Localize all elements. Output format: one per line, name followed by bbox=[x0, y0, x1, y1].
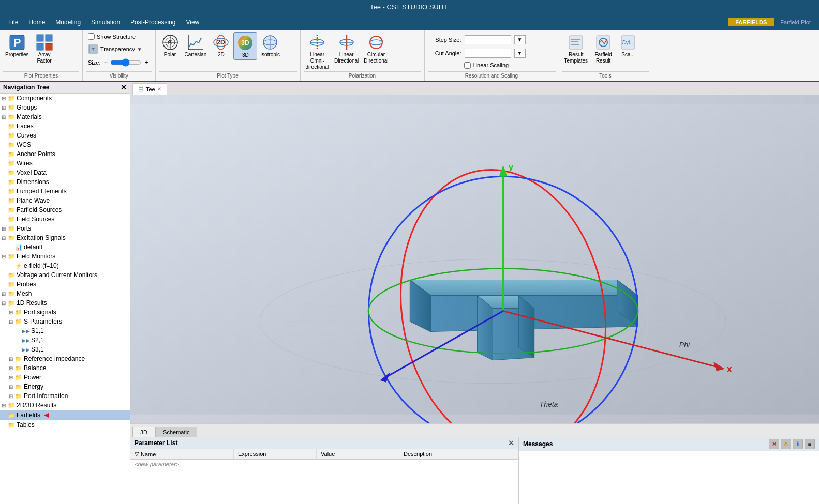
expand-materials[interactable]: ⊞ bbox=[0, 114, 7, 120]
tree-item-materials[interactable]: ⊞ 📁 Materials bbox=[0, 112, 130, 121]
msg-warning-btn[interactable]: ⚠ bbox=[781, 439, 791, 449]
menu-simulation[interactable]: Simulation bbox=[86, 17, 125, 28]
linear-omni-button[interactable]: LinearOmni-directional bbox=[304, 32, 332, 71]
farfield-plot-tab[interactable]: Farfield Plot bbox=[775, 18, 816, 26]
tee-tab-close[interactable]: ✕ bbox=[157, 86, 161, 92]
msg-error-btn[interactable]: ✕ bbox=[769, 439, 779, 449]
tree-item-probes[interactable]: 📁 Probes bbox=[0, 280, 130, 289]
expand-2d3d[interactable]: ⊞ bbox=[0, 403, 7, 408]
tree-item-farfields[interactable]: 📁 Farfields ◄ bbox=[0, 410, 130, 420]
tree-item-tables[interactable]: 📁 Tables bbox=[0, 420, 130, 430]
expand-s-params[interactable]: ⊟ bbox=[7, 319, 14, 325]
tree-item-s21[interactable]: ▶▶ S2,1 bbox=[0, 335, 130, 345]
3d-view-tab[interactable]: 3D bbox=[132, 427, 155, 437]
tree-item-excitation-signals[interactable]: ⊟ 📁 Excitation Signals bbox=[0, 233, 130, 242]
size-plus-btn[interactable]: + bbox=[143, 59, 150, 66]
tree-item-energy[interactable]: ⊞ 📁 Energy bbox=[0, 382, 130, 391]
tree-item-groups[interactable]: ⊞ 📁 Groups bbox=[0, 103, 130, 112]
tree-item-curves[interactable]: 📁 Curves bbox=[0, 131, 130, 140]
linear-scaling-checkbox[interactable] bbox=[464, 62, 471, 69]
tree-item-s-params[interactable]: ⊟ 📁 S-Parameters bbox=[0, 317, 130, 326]
show-structure-button[interactable]: Show Structure bbox=[86, 32, 138, 41]
filter-icon[interactable]: ▽ bbox=[135, 451, 139, 457]
tee-tab[interactable]: ⊞ Tee ✕ bbox=[132, 83, 167, 95]
tree-item-voltage-monitors[interactable]: 📁 Voltage and Current Monitors bbox=[0, 270, 130, 280]
properties-button[interactable]: P Properties bbox=[3, 32, 31, 59]
tree-item-s11[interactable]: ▶▶ S1,1 bbox=[0, 326, 130, 335]
tree-item-1d-results[interactable]: ⊟ 📁 1D Results bbox=[0, 298, 130, 308]
circular-dir-button[interactable]: CircularDirectional bbox=[362, 32, 390, 65]
menu-modeling[interactable]: Modeling bbox=[50, 17, 86, 28]
cut-angle-dropdown[interactable]: ▼ bbox=[514, 49, 526, 58]
farfields-tab[interactable]: FARFIELDS bbox=[728, 18, 774, 26]
msg-clear-btn[interactable]: ≡ bbox=[805, 439, 815, 449]
expand-mesh[interactable]: ⊞ bbox=[0, 291, 7, 297]
tree-item-dimensions[interactable]: 📁 Dimensions bbox=[0, 177, 130, 187]
tree-item-ref-impedance[interactable]: ⊞ 📁 Reference Impedance bbox=[0, 354, 130, 363]
tree-item-balance[interactable]: ⊞ 📁 Balance bbox=[0, 363, 130, 373]
tree-item-2d3d-results[interactable]: ⊞ 📁 2D/3D Results bbox=[0, 401, 130, 410]
3d-button[interactable]: 3D 3D bbox=[233, 32, 257, 60]
tree-item-default[interactable]: 📊 default bbox=[0, 242, 130, 252]
size-slider[interactable] bbox=[110, 58, 141, 67]
expand-excitation[interactable]: ⊟ bbox=[0, 235, 7, 241]
schematic-view-tab[interactable]: Schematic bbox=[155, 427, 197, 437]
expand-1d[interactable]: ⊟ bbox=[0, 300, 7, 306]
tree-item-efield[interactable]: ⚡ e-field (f=10) bbox=[0, 261, 130, 270]
menu-post-processing[interactable]: Post-Processing bbox=[125, 17, 181, 28]
result-templates-button[interactable]: ResultTemplates bbox=[562, 32, 590, 65]
cylindrical-scan-button[interactable]: Cyl... Sca... bbox=[617, 32, 639, 59]
tree-item-voxel-data[interactable]: 📁 Voxel Data bbox=[0, 168, 130, 177]
expand-port-info[interactable]: ⊞ bbox=[7, 393, 14, 399]
tree-item-lumped-elements[interactable]: 📁 Lumped Elements bbox=[0, 187, 130, 196]
expand-ports[interactable]: ⊞ bbox=[0, 226, 7, 232]
expand-components[interactable]: ⊞ bbox=[0, 96, 7, 101]
expand-port-signals[interactable]: ⊞ bbox=[7, 310, 14, 315]
isotropic-button[interactable]: Isotropic bbox=[258, 32, 282, 59]
param-list-close[interactable]: ✕ bbox=[508, 439, 514, 447]
farfield-result-button[interactable]: FarfieldResult bbox=[592, 32, 615, 65]
3d-viewport[interactable]: y x Phi Theta bbox=[130, 95, 819, 423]
menu-view[interactable]: View bbox=[181, 17, 204, 28]
tree-item-port-info[interactable]: ⊞ 📁 Port Information bbox=[0, 391, 130, 401]
expand-power[interactable]: ⊞ bbox=[7, 375, 14, 380]
2d-button[interactable]: 2D 2D bbox=[210, 32, 232, 59]
tree-item-ports[interactable]: ⊞ 📁 Ports bbox=[0, 224, 130, 233]
tree-item-wcs[interactable]: 📁 WCS bbox=[0, 140, 130, 149]
menu-home[interactable]: Home bbox=[23, 17, 50, 28]
expand-energy[interactable]: ⊞ bbox=[7, 384, 14, 390]
tree-item-components[interactable]: ⊞ 📁 Components bbox=[0, 94, 130, 103]
cartesian-button[interactable]: Cartesian bbox=[183, 32, 209, 59]
tree-item-anchor-points[interactable]: 📁 Anchor Points bbox=[0, 149, 130, 159]
size-minus-btn[interactable]: − bbox=[102, 59, 109, 66]
expand-balance[interactable]: ⊞ bbox=[7, 365, 14, 371]
nav-tree-content[interactable]: ⊞ 📁 Components ⊞ 📁 Groups ⊞ 📁 Materials … bbox=[0, 94, 130, 504]
cut-angle-input[interactable] bbox=[465, 49, 511, 58]
tree-item-port-signals[interactable]: ⊞ 📁 Port signals bbox=[0, 308, 130, 317]
nav-tree-close[interactable]: ✕ bbox=[121, 83, 127, 91]
tree-item-s31[interactable]: ▶▶ S3,1 bbox=[0, 345, 130, 354]
step-size-dropdown[interactable]: ▼ bbox=[514, 35, 526, 44]
faces-icon: 📁 bbox=[7, 122, 16, 130]
polar-button[interactable]: Polar bbox=[159, 32, 182, 59]
tree-item-field-monitors[interactable]: ⊟ 📁 Field Monitors bbox=[0, 252, 130, 261]
tree-item-wires[interactable]: 📁 Wires bbox=[0, 159, 130, 168]
array-factor-button[interactable]: ArrayFactor bbox=[33, 32, 56, 65]
msg-info-btn[interactable]: ℹ bbox=[793, 439, 803, 449]
menu-file[interactable]: File bbox=[3, 17, 23, 28]
linear-dir-button[interactable]: LinearDirectional bbox=[332, 32, 361, 65]
transparency-button[interactable]: T Transparency ▼ bbox=[86, 43, 144, 55]
expand-ref-impedance[interactable]: ⊞ bbox=[7, 356, 14, 362]
expand-field-monitors[interactable]: ⊟ bbox=[0, 254, 7, 259]
tree-item-mesh[interactable]: ⊞ 📁 Mesh bbox=[0, 289, 130, 298]
new-parameter-row[interactable]: <new parameter> bbox=[130, 460, 518, 469]
show-structure-checkbox[interactable] bbox=[88, 33, 95, 40]
tree-item-power[interactable]: ⊞ 📁 Power bbox=[0, 373, 130, 382]
tree-item-faces[interactable]: 📁 Faces bbox=[0, 121, 130, 131]
expand-groups[interactable]: ⊞ bbox=[0, 105, 7, 111]
tree-item-field-sources[interactable]: 📁 Field Sources bbox=[0, 215, 130, 224]
expand-voltage-monitors bbox=[0, 272, 7, 278]
tree-item-farfield-sources[interactable]: 📁 Farfield Sources bbox=[0, 205, 130, 215]
tree-item-plane-wave[interactable]: 📁 Plane Wave bbox=[0, 196, 130, 205]
step-size-input[interactable] bbox=[465, 35, 511, 44]
